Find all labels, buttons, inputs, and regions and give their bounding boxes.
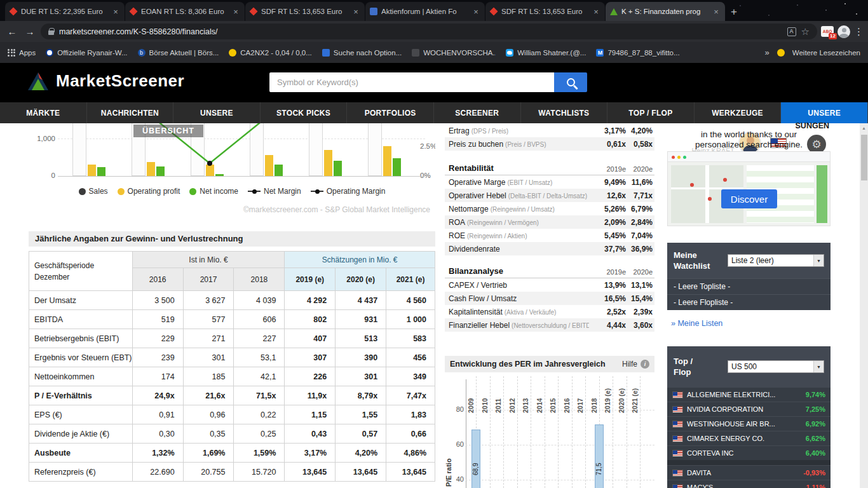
cell-2019e: 1,15 [285,405,336,424]
marketscreener-logo[interactable]: MarketScreener [27,71,184,91]
per-chart-column: 2015 [558,376,559,488]
bookmark-item[interactable]: 79486_87_88_vifitto... [596,49,679,57]
bookmark-star-icon[interactable]: ☆ [801,26,810,37]
tab-close-icon[interactable]: × [712,7,721,17]
browser-tab[interactable]: SDF RT LS: 13,653 Euro × [245,2,365,21]
topflop-row[interactable]: CIMAREX ENERGY CO. 6,62% [667,431,831,445]
tab-close-icon[interactable]: × [231,7,240,17]
legend-label: Net Margin [264,187,301,196]
company-name[interactable]: NVIDIA CORPORATION [687,405,802,413]
browser-profile-avatar[interactable] [837,25,850,38]
company-name[interactable]: DAVITA [687,469,799,477]
company-name[interactable]: MACY'S [687,484,800,488]
row-label: EBITDA [29,310,133,329]
browser-tab[interactable]: Aktienforum | Aktien Fo × [365,2,485,21]
legend-label: Sales [89,187,108,196]
topflop-row[interactable]: CORTEVA INC 6,40% [667,445,831,460]
company-name[interactable]: ALLGEMEINE ELEKTRICI... [687,391,802,398]
browser-menu-icon[interactable]: ⋮ [854,26,863,37]
info-icon[interactable]: i [641,360,649,369]
tab-close-icon[interactable]: × [111,7,120,17]
ratio-value-2019e: 37,7% [589,245,626,254]
topflop-row[interactable]: ALLGEMEINE ELEKTRICI... 9,74% [667,387,831,402]
rentabilitaet-rows: Operative Marge(EBIT / Umsatz) 9,49% 11,… [445,175,654,255]
y2-axis-tick: 0% [420,172,435,179]
bilanzanalyse-section: Bilanzanalyse 2019e 2020e CAPEX / Vertri… [445,263,654,332]
browser-tab[interactable]: SDF RT LS: 13,653 Euro × [485,2,605,21]
discover-button[interactable]: Discover [721,189,777,208]
company-name[interactable]: CORTEVA INC [687,449,802,457]
topflop-row[interactable]: MACY'S -1,11% [667,480,831,488]
browser-tab[interactable]: DUE RT LS: 22,395 Euro × [5,2,125,21]
search-button[interactable] [554,72,587,92]
scroll-up-icon[interactable]: ▲ [860,123,868,132]
section-header: Bilanzanalyse 2019e 2020e [445,263,654,278]
watermark: ©marketscreener.com - S&P Global Market … [243,205,430,214]
bookmark-item[interactable]: Börse Aktuell | Börs... [138,49,219,57]
forward-icon[interactable]: → [23,26,37,37]
screen: DUE RT LS: 22,395 Euro × EOAN RT LS: 8,3… [0,0,868,488]
back-icon[interactable]: ← [5,26,19,37]
bookmark-label: Suche nach Option... [334,49,402,57]
more-bookmarks-label[interactable]: Weitere Lesezeichen [792,49,860,57]
help-link[interactable]: Hilfe [622,360,637,369]
bookmarks-overflow-chevron[interactable]: » [765,48,770,57]
tab-close-icon[interactable]: × [592,7,600,17]
cell-2016: 1,32% [132,444,183,463]
company-name[interactable]: WESTINGHOUSE AIR BR... [687,420,802,428]
bookmark-item[interactable]: Offizielle Ryanair-W... [46,49,127,57]
ad-text-fragment: SUNGEN [667,121,831,130]
nav-item[interactable]: WATCHLISTS [521,102,608,123]
actuals-group-header: Ist in Mio. € [132,252,285,268]
translate-icon[interactable] [787,27,796,36]
url-text[interactable]: marketscreener.com/K-S-8586280/financial… [59,27,782,36]
search-input[interactable] [269,72,554,92]
ratio-row: Cash Flow / Umsatz 16,5% 15,4% [445,292,654,305]
cell-2016: 0,30 [132,424,183,444]
bookmark-item[interactable]: WOCHENVORSCHA... [412,49,496,57]
apps-button[interactable]: Apps [8,49,36,57]
topflop-row[interactable]: DAVITA -0,93% [667,465,831,480]
bookmark-item[interactable]: William Shatner.(@... [506,49,586,57]
ad-image[interactable]: Discover [667,151,831,226]
nav-item[interactable]: WERKZEUGE [695,102,782,123]
topflop-title: Top / Flop [674,356,693,377]
nav-item[interactable]: TOP / FLOP [607,102,695,123]
bookmark-item[interactable]: Suche nach Option... [322,49,402,57]
topflop-row[interactable]: NVIDIA CORPORATION 7,25% [667,402,831,416]
cell-2017: 1,69% [183,444,234,463]
tab-close-icon[interactable]: × [471,7,480,17]
bookmark-favicon [322,49,330,57]
bookmark-label: Börse Aktuell | Börs... [149,49,219,57]
address-bar[interactable]: marketscreener.com/K-S-8586280/financial… [41,24,817,39]
my-lists-link[interactable]: » Meine Listen [671,319,722,328]
overflow-bookmark-icon[interactable] [777,49,785,57]
new-tab-button[interactable]: + [726,3,742,21]
tab-close-icon[interactable]: × [351,7,360,17]
nav-item[interactable]: NACHRICHTEN [87,102,174,123]
company-name[interactable]: CIMAREX ENERGY CO. [687,435,802,442]
nav-item[interactable]: STOCK PICKS [261,102,348,123]
tab-title: EOAN RT LS: 8,306 Euro [141,8,227,15]
page-scrollbar[interactable]: ▲ [860,123,868,488]
nav-item[interactable]: SCREENER [434,102,521,123]
nav-item[interactable]: MÄRKTE [0,102,87,123]
ratio-label: Preis zu buchen [449,140,503,149]
nav-item[interactable]: UNSERE [781,102,868,123]
topflop-row[interactable]: WESTINGHOUSE AIR BR... 6,92% [667,416,831,431]
topflop-select[interactable]: US 500 ▼ [728,360,824,373]
browser-tab[interactable]: K + S: Finanzdaten prog × [606,2,725,21]
cell-2019e: 0,43 [285,424,336,444]
browser-tab[interactable]: EOAN RT LS: 8,306 Euro × [125,2,245,21]
nav-item[interactable]: PORTFOLIOS [347,102,434,123]
nav-item[interactable]: UNSERE [173,102,261,123]
scrollbar-thumb[interactable] [861,135,867,180]
bookmark-item[interactable]: CA2NX2 - 0,04 / 0,0... [229,49,312,57]
nav-item-label: SCREENER [455,109,499,118]
ratio-sublabel: (Delta-EBIT / Delta-Umsatz) [508,193,587,200]
cell-2021e: 583 [386,329,435,348]
adblock-extension-icon[interactable]: ABO 12 [821,26,834,37]
ad-green-column [817,165,827,223]
ratio-value-2020e: 4,20% [626,126,653,135]
watchlist-select[interactable]: Liste 2 (leer) ▼ [728,254,824,267]
